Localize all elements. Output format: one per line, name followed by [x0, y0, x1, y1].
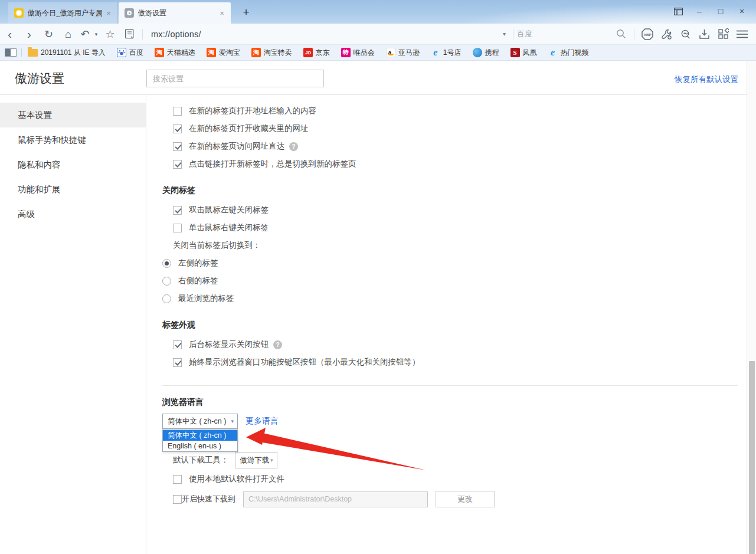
download-tool-row: 默认下载工具： 傲游下载 ▾: [173, 450, 747, 470]
language-row: 简体中文 ( zh-cn ) ▾ 更多语言 简体中文 ( zh-cn ) Eng…: [162, 414, 747, 429]
resource-sniffer-icon[interactable]: [676, 24, 695, 44]
sidebar-item-mouse-gestures[interactable]: 鼠标手势和快捷键: [0, 127, 146, 152]
checkbox[interactable]: [173, 142, 182, 151]
checkbox[interactable]: [173, 107, 182, 116]
tab-close-icon[interactable]: ×: [104, 9, 113, 18]
folder-icon: [28, 49, 38, 57]
reload-icon[interactable]: ↻: [39, 24, 58, 44]
language-select[interactable]: 简体中文 ( zh-cn ) ▾: [162, 414, 238, 429]
home-icon[interactable]: ⌂: [58, 24, 78, 44]
help-icon[interactable]: ?: [273, 340, 282, 349]
settings-search-input[interactable]: [146, 70, 324, 87]
divider: [634, 29, 634, 40]
taobao-icon: 淘: [207, 48, 216, 57]
checkbox-row: 使用本地默认软件打开文件: [173, 470, 747, 488]
download-path-input[interactable]: [243, 491, 428, 507]
close-button[interactable]: ×: [731, 3, 752, 19]
bookmark-folder-ie-import[interactable]: 20191101 从 IE 导入: [28, 48, 106, 58]
minimize-button[interactable]: –: [689, 3, 710, 19]
maximize-button[interactable]: □: [710, 3, 731, 19]
phoenix-icon: S: [510, 48, 520, 57]
scrollbar-track[interactable]: [747, 61, 756, 554]
bookmark-amazon[interactable]: a. 亚马逊: [386, 48, 420, 58]
section-title-tab-appearance: 标签外观: [162, 320, 747, 330]
search-engine-box[interactable]: 百度: [517, 29, 611, 40]
tab-title: 傲游设置: [138, 8, 215, 18]
change-path-button[interactable]: 更改: [436, 491, 495, 507]
maxthon-today-icon: [14, 8, 24, 18]
tab-maxthon-settings[interactable]: 傲游设置 ×: [119, 2, 231, 24]
help-icon[interactable]: ?: [289, 142, 298, 151]
bookmark-vip[interactable]: 特 唯品会: [341, 48, 375, 58]
bookmark-jd[interactable]: JD 京东: [303, 48, 330, 58]
checkbox[interactable]: [173, 358, 182, 367]
tab-bar: 傲游今日_傲游用户专属的网 × 傲游设置 × + – □ ×: [0, 0, 756, 24]
window-controls: – □ ×: [667, 2, 752, 20]
language-option-zh-cn[interactable]: 简体中文 ( zh-cn ): [163, 430, 237, 441]
bookmark-ifeng[interactable]: S 凤凰: [510, 48, 537, 58]
switch-to-label-row: 关闭当前标签后切换到：: [173, 237, 747, 254]
ie-icon: e: [431, 48, 440, 57]
checkbox-row: 在新的标签页访问网址直达 ?: [173, 137, 747, 155]
settings-gear-icon: [125, 8, 134, 18]
divider: [21, 48, 22, 57]
main-menu-icon[interactable]: [732, 24, 751, 44]
search-engine-caret-icon[interactable]: ▾: [503, 31, 506, 37]
back-icon[interactable]: ‹: [0, 24, 19, 44]
language-option-en-us[interactable]: English ( en-us ): [163, 441, 237, 451]
amazon-icon: a.: [386, 48, 395, 57]
page-title: 傲游设置: [15, 70, 64, 87]
forward-icon[interactable]: ›: [19, 24, 39, 44]
extensions-grid-icon[interactable]: [714, 24, 732, 44]
checkbox[interactable]: [173, 124, 182, 133]
adblock-abp-icon[interactable]: ABP: [638, 24, 657, 44]
section-title-download: 下载: [162, 438, 747, 449]
scrollbar-thumb[interactable]: [749, 361, 755, 554]
section-divider: [162, 385, 738, 386]
checkbox[interactable]: [173, 495, 182, 504]
more-languages-link[interactable]: 更多语言: [246, 416, 279, 427]
bookmark-ctrip[interactable]: 携程: [473, 48, 499, 58]
checkbox[interactable]: [173, 340, 182, 349]
checkbox[interactable]: [173, 206, 182, 215]
toolbar-right: ▾ 百度 ABP: [503, 24, 756, 44]
address-bar-url[interactable]: mx://options/: [151, 29, 201, 39]
svg-text:ABP: ABP: [643, 32, 651, 37]
undo-caret-icon[interactable]: ▾: [92, 24, 100, 44]
select-caret-icon: ▾: [270, 457, 273, 463]
checkbox-row: 单击鼠标右键关闭标签: [173, 219, 747, 237]
settings-sidebar: 基本设置 鼠标手势和快捷键 隐私和内容 功能和扩展 高级: [0, 95, 146, 554]
sidebar-item-privacy[interactable]: 隐私和内容: [0, 152, 146, 177]
radio-row: 最近浏览的标签: [162, 290, 747, 307]
search-icon[interactable]: [611, 24, 630, 44]
bookmark-yhd[interactable]: e 1号店: [431, 48, 462, 58]
tab-maxthon-today[interactable]: 傲游今日_傲游用户专属的网 ×: [8, 2, 118, 24]
favorites-panel-toggle-icon[interactable]: [5, 48, 17, 57]
sidebar-item-basic[interactable]: 基本设置: [0, 103, 146, 127]
bookmark-baidu[interactable]: 百度: [117, 48, 143, 58]
reader-mode-icon[interactable]: [120, 24, 139, 44]
checkbox[interactable]: [173, 224, 182, 232]
bookmark-taobao-sale[interactable]: 淘 淘宝特卖: [251, 48, 292, 58]
download-tool-select[interactable]: 傲游下载 ▾: [235, 452, 277, 468]
ctrip-dolphin-icon: [473, 48, 482, 57]
checkbox[interactable]: [173, 160, 182, 169]
favorite-star-icon[interactable]: ☆: [100, 24, 120, 44]
bookmark-tmall[interactable]: 淘 天猫精选: [155, 48, 195, 58]
panel-layout-icon[interactable]: [667, 3, 689, 19]
tab-close-icon[interactable]: ×: [218, 9, 226, 18]
downloads-icon[interactable]: [695, 24, 714, 44]
undo-closed-tab-icon[interactable]: ↶: [78, 24, 92, 44]
bookmark-aitaobao[interactable]: 淘 爱淘宝: [207, 48, 240, 58]
bookmark-hot-videos[interactable]: e 热门视频: [548, 48, 589, 58]
dev-tools-wrench-icon[interactable]: [657, 24, 676, 44]
radio-button[interactable]: [162, 294, 171, 303]
sidebar-item-features[interactable]: 功能和扩展: [0, 177, 146, 202]
vip-icon: 特: [341, 48, 351, 57]
radio-button[interactable]: [162, 277, 171, 286]
restore-defaults-link[interactable]: 恢复所有默认设置: [675, 74, 738, 85]
sidebar-item-advanced[interactable]: 高级: [0, 202, 146, 227]
checkbox[interactable]: [173, 475, 182, 484]
radio-button[interactable]: [162, 259, 171, 268]
new-tab-button[interactable]: +: [238, 5, 254, 20]
